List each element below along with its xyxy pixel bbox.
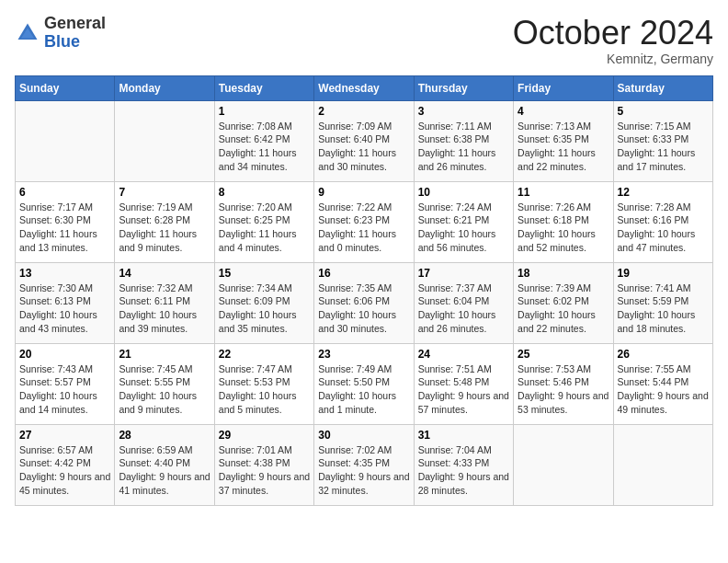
day-info: Sunrise: 7:02 AMSunset: 4:35 PMDaylight:… — [318, 443, 409, 498]
day-number: 11 — [518, 186, 609, 199]
day-number: 8 — [219, 186, 310, 199]
day-info: Sunrise: 7:43 AMSunset: 5:57 PMDaylight:… — [19, 362, 110, 417]
calendar-cell: 14Sunrise: 7:32 AMSunset: 6:11 PMDayligh… — [115, 262, 214, 343]
logo-blue: Blue — [44, 32, 80, 51]
day-number: 29 — [219, 429, 310, 442]
day-number: 26 — [618, 348, 709, 361]
weekday-header: Friday — [514, 75, 613, 100]
calendar-cell: 2Sunrise: 7:09 AMSunset: 6:40 PMDaylight… — [314, 100, 414, 181]
day-number: 24 — [418, 348, 509, 361]
calendar-cell: 7Sunrise: 7:19 AMSunset: 6:28 PMDaylight… — [115, 181, 214, 262]
day-number: 14 — [119, 267, 210, 280]
day-info: Sunrise: 7:49 AMSunset: 5:50 PMDaylight:… — [318, 362, 409, 417]
calendar-cell: 27Sunrise: 6:57 AMSunset: 4:42 PMDayligh… — [16, 424, 115, 505]
day-info: Sunrise: 7:19 AMSunset: 6:28 PMDaylight:… — [119, 201, 210, 255]
calendar-cell: 4Sunrise: 7:13 AMSunset: 6:35 PMDaylight… — [514, 100, 613, 181]
logo-icon — [15, 20, 40, 46]
calendar-cell: 6Sunrise: 7:17 AMSunset: 6:30 PMDaylight… — [16, 181, 115, 262]
day-number: 9 — [318, 186, 409, 199]
calendar-week-row: 20Sunrise: 7:43 AMSunset: 5:57 PMDayligh… — [16, 343, 713, 424]
day-info: Sunrise: 7:08 AMSunset: 6:42 PMDaylight:… — [219, 120, 310, 174]
calendar-cell: 24Sunrise: 7:51 AMSunset: 5:48 PMDayligh… — [414, 343, 513, 424]
calendar-cell: 11Sunrise: 7:26 AMSunset: 6:18 PMDayligh… — [514, 181, 613, 262]
day-info: Sunrise: 7:11 AMSunset: 6:38 PMDaylight:… — [418, 120, 509, 174]
day-number: 19 — [618, 267, 709, 280]
calendar-cell: 26Sunrise: 7:55 AMSunset: 5:44 PMDayligh… — [613, 343, 712, 424]
day-info: Sunrise: 7:04 AMSunset: 4:33 PMDaylight:… — [418, 443, 509, 498]
day-number: 3 — [418, 105, 509, 118]
location: Kemnitz, Germany — [513, 52, 713, 66]
day-info: Sunrise: 7:47 AMSunset: 5:53 PMDaylight:… — [219, 362, 310, 417]
calendar-cell: 20Sunrise: 7:43 AMSunset: 5:57 PMDayligh… — [16, 343, 115, 424]
calendar-cell: 15Sunrise: 7:34 AMSunset: 6:09 PMDayligh… — [214, 262, 313, 343]
day-info: Sunrise: 6:57 AMSunset: 4:42 PMDaylight:… — [19, 443, 110, 498]
day-number: 4 — [518, 105, 609, 118]
day-number: 6 — [19, 186, 110, 199]
calendar-cell — [115, 100, 214, 181]
calendar-cell: 25Sunrise: 7:53 AMSunset: 5:46 PMDayligh… — [514, 343, 613, 424]
day-info: Sunrise: 7:39 AMSunset: 6:02 PMDaylight:… — [518, 282, 609, 336]
calendar-cell: 21Sunrise: 7:45 AMSunset: 5:55 PMDayligh… — [115, 343, 214, 424]
calendar-week-row: 13Sunrise: 7:30 AMSunset: 6:13 PMDayligh… — [16, 262, 713, 343]
day-number: 23 — [318, 348, 409, 361]
calendar-week-row: 1Sunrise: 7:08 AMSunset: 6:42 PMDaylight… — [16, 100, 713, 181]
calendar-cell: 28Sunrise: 6:59 AMSunset: 4:40 PMDayligh… — [115, 424, 214, 505]
calendar-cell: 12Sunrise: 7:28 AMSunset: 6:16 PMDayligh… — [613, 181, 712, 262]
logo: General Blue — [15, 15, 106, 52]
day-number: 20 — [19, 348, 110, 361]
page-header: General Blue October 2024 Kemnitz, Germa… — [15, 15, 713, 66]
calendar-cell — [613, 424, 712, 505]
calendar-cell: 30Sunrise: 7:02 AMSunset: 4:35 PMDayligh… — [314, 424, 414, 505]
month-title: October 2024 — [513, 15, 713, 52]
calendar-cell: 3Sunrise: 7:11 AMSunset: 6:38 PMDaylight… — [414, 100, 513, 181]
day-number: 25 — [518, 348, 609, 361]
calendar-cell: 31Sunrise: 7:04 AMSunset: 4:33 PMDayligh… — [414, 424, 513, 505]
day-number: 31 — [418, 429, 509, 442]
day-info: Sunrise: 7:32 AMSunset: 6:11 PMDaylight:… — [119, 282, 210, 336]
day-number: 28 — [119, 429, 210, 442]
day-info: Sunrise: 7:30 AMSunset: 6:13 PMDaylight:… — [19, 282, 110, 336]
day-number: 18 — [518, 267, 609, 280]
day-info: Sunrise: 7:20 AMSunset: 6:25 PMDaylight:… — [219, 201, 310, 255]
calendar-cell: 1Sunrise: 7:08 AMSunset: 6:42 PMDaylight… — [214, 100, 313, 181]
day-info: Sunrise: 7:51 AMSunset: 5:48 PMDaylight:… — [418, 362, 509, 417]
weekday-header: Wednesday — [314, 75, 414, 100]
calendar-cell: 23Sunrise: 7:49 AMSunset: 5:50 PMDayligh… — [314, 343, 414, 424]
day-info: Sunrise: 7:34 AMSunset: 6:09 PMDaylight:… — [219, 282, 310, 336]
calendar-cell: 18Sunrise: 7:39 AMSunset: 6:02 PMDayligh… — [514, 262, 613, 343]
calendar-cell: 19Sunrise: 7:41 AMSunset: 5:59 PMDayligh… — [613, 262, 712, 343]
weekday-header: Tuesday — [214, 75, 313, 100]
title-block: October 2024 Kemnitz, Germany — [513, 15, 713, 66]
day-number: 1 — [219, 105, 310, 118]
day-info: Sunrise: 7:01 AMSunset: 4:38 PMDaylight:… — [219, 443, 310, 498]
day-info: Sunrise: 7:41 AMSunset: 5:59 PMDaylight:… — [618, 282, 709, 336]
day-info: Sunrise: 7:55 AMSunset: 5:44 PMDaylight:… — [618, 362, 709, 417]
logo-general: General — [44, 14, 106, 32]
day-number: 17 — [418, 267, 509, 280]
weekday-header-row: SundayMondayTuesdayWednesdayThursdayFrid… — [16, 75, 713, 100]
day-number: 2 — [318, 105, 409, 118]
day-number: 7 — [119, 186, 210, 199]
weekday-header: Sunday — [16, 75, 115, 100]
day-info: Sunrise: 7:26 AMSunset: 6:18 PMDaylight:… — [518, 201, 609, 255]
day-number: 13 — [19, 267, 110, 280]
weekday-header: Monday — [115, 75, 214, 100]
day-info: Sunrise: 7:15 AMSunset: 6:33 PMDaylight:… — [618, 120, 709, 174]
calendar-table: SundayMondayTuesdayWednesdayThursdayFrid… — [15, 75, 713, 506]
day-number: 30 — [318, 429, 409, 442]
day-number: 27 — [19, 429, 110, 442]
weekday-header: Thursday — [414, 75, 513, 100]
calendar-cell: 8Sunrise: 7:20 AMSunset: 6:25 PMDaylight… — [214, 181, 313, 262]
calendar-cell: 13Sunrise: 7:30 AMSunset: 6:13 PMDayligh… — [16, 262, 115, 343]
calendar-cell: 17Sunrise: 7:37 AMSunset: 6:04 PMDayligh… — [414, 262, 513, 343]
calendar-cell: 9Sunrise: 7:22 AMSunset: 6:23 PMDaylight… — [314, 181, 414, 262]
calendar-cell — [514, 424, 613, 505]
calendar-cell: 16Sunrise: 7:35 AMSunset: 6:06 PMDayligh… — [314, 262, 414, 343]
day-number: 16 — [318, 267, 409, 280]
weekday-header: Saturday — [613, 75, 712, 100]
calendar-week-row: 6Sunrise: 7:17 AMSunset: 6:30 PMDaylight… — [16, 181, 713, 262]
day-info: Sunrise: 7:35 AMSunset: 6:06 PMDaylight:… — [318, 282, 409, 336]
day-number: 12 — [618, 186, 709, 199]
day-info: Sunrise: 7:13 AMSunset: 6:35 PMDaylight:… — [518, 120, 609, 174]
day-info: Sunrise: 7:37 AMSunset: 6:04 PMDaylight:… — [418, 282, 509, 336]
